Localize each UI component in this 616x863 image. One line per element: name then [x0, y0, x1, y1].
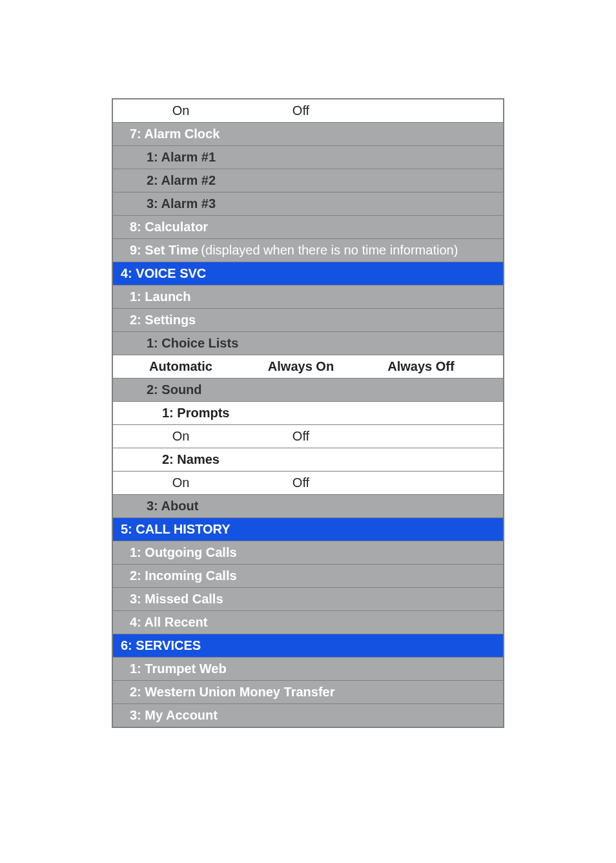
item-names: 2: Names: [113, 448, 503, 472]
item-choice-lists: 1: Choice Lists: [113, 332, 503, 355]
item-western-union: 2: Western Union Money Transfer: [113, 681, 503, 704]
note: (displayed when there is no time informa…: [201, 239, 458, 262]
item-about: 3: About: [113, 495, 503, 518]
label: 2: Settings: [130, 309, 196, 331]
label: 2: Incoming Calls: [130, 565, 237, 587]
section-services: 6: SERVICES: [113, 634, 503, 658]
label: 6: SERVICES: [121, 634, 201, 657]
label: 9: Set Time: [130, 239, 198, 262]
label: 3: Missed Calls: [130, 588, 223, 610]
options-row-names: On Off: [113, 472, 503, 495]
options-row-choice: Automatic Always On Always Off: [113, 355, 503, 379]
item-trumpet-web: 1: Trumpet Web: [113, 658, 503, 681]
label: 1: Prompts: [162, 402, 229, 424]
item-alarm-2: 2: Alarm #2: [113, 169, 503, 192]
label: 2: Names: [162, 448, 220, 471]
label: 4: VOICE SVC: [121, 262, 206, 285]
item-launch: 1: Launch: [113, 286, 503, 309]
option-blank: [361, 425, 481, 448]
label: 2: Western Union Money Transfer: [130, 681, 334, 703]
option-blank: [361, 99, 481, 122]
label: 5: CALL HISTORY: [121, 518, 231, 541]
item-alarm-clock: 7: Alarm Clock: [113, 123, 503, 146]
item-my-account: 3: My Account: [113, 704, 503, 727]
option-off: Off: [241, 472, 361, 494]
label: 3: My Account: [130, 704, 218, 727]
item-outgoing-calls: 1: Outgoing Calls: [113, 541, 503, 565]
label: 1: Launch: [130, 286, 190, 308]
option-blank: [361, 472, 481, 494]
options-row-top: On Off: [113, 99, 503, 123]
label: 3: About: [147, 495, 198, 517]
section-voice-svc: 4: VOICE SVC: [113, 262, 503, 286]
option-off: Off: [241, 425, 361, 448]
item-set-time: 9: Set Time (displayed when there is no …: [113, 239, 503, 262]
option-always-on: Always On: [241, 355, 361, 378]
option-on: On: [121, 472, 241, 494]
option-off: Off: [241, 99, 361, 122]
label: 1: Alarm #1: [147, 146, 216, 169]
option-on: On: [121, 99, 241, 122]
option-automatic: Automatic: [121, 355, 241, 378]
label: 8: Calculator: [130, 216, 208, 238]
item-alarm-1: 1: Alarm #1: [113, 146, 503, 169]
label: 3: Alarm #3: [147, 192, 216, 215]
item-alarm-3: 3: Alarm #3: [113, 192, 503, 216]
option-always-off: Always Off: [361, 355, 481, 378]
item-calculator: 8: Calculator: [113, 216, 503, 239]
item-incoming-calls: 2: Incoming Calls: [113, 565, 503, 588]
item-prompts: 1: Prompts: [113, 402, 503, 425]
item-missed-calls: 3: Missed Calls: [113, 588, 503, 611]
menu-table: On Off 7: Alarm Clock 1: Alarm #1 2: Ala…: [112, 98, 504, 728]
option-on: On: [121, 425, 241, 448]
item-all-recent: 4: All Recent: [113, 611, 503, 634]
label: 4: All Recent: [130, 611, 207, 634]
label: 1: Choice Lists: [147, 332, 238, 355]
item-settings: 2: Settings: [113, 309, 503, 332]
item-sound: 2: Sound: [113, 379, 503, 402]
label: 2: Sound: [147, 379, 202, 401]
section-call-history: 5: CALL HISTORY: [113, 518, 503, 541]
label: 7: Alarm Clock: [130, 123, 220, 145]
label: 1: Outgoing Calls: [130, 541, 237, 564]
options-row-prompts: On Off: [113, 425, 503, 448]
label: 2: Alarm #2: [147, 169, 216, 192]
label: 1: Trumpet Web: [130, 658, 227, 680]
